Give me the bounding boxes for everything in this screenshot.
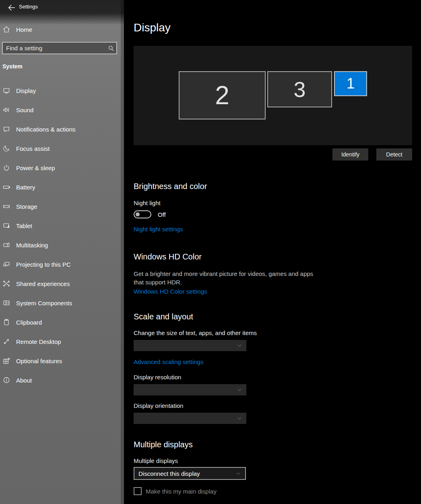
- search-icon: [106, 45, 116, 52]
- night-light-label: Night light: [134, 199, 421, 207]
- sidebar-item-label: Sound: [16, 107, 33, 113]
- sidebar-item-power-sleep[interactable]: Power & sleep: [0, 158, 121, 177]
- display-resolution-dropdown[interactable]: [134, 384, 246, 395]
- moon-icon: [2, 144, 10, 152]
- display-orientation-dropdown[interactable]: [134, 413, 246, 424]
- make-main-display-label: Make this my main display: [146, 488, 217, 495]
- sidebar-item-tablet[interactable]: Tablet: [0, 216, 121, 235]
- display-orientation-label: Display orientation: [134, 402, 421, 410]
- sidebar-nav: Display Sound Notifications & actions: [0, 81, 121, 390]
- sidebar-item-label: Storage: [16, 203, 37, 210]
- search-box: [2, 42, 117, 54]
- hd-color-settings-link[interactable]: Windows HD Color settings: [134, 288, 207, 296]
- sidebar-section-label: System: [2, 63, 23, 70]
- monitor-area: 2 3 1: [134, 46, 412, 119]
- sidebar-item-clipboard[interactable]: Clipboard: [0, 313, 121, 332]
- monitor-1-selected[interactable]: 1: [334, 71, 367, 96]
- settings-window: Settings Home System Display: [0, 0, 421, 504]
- sidebar-item-focus-assist[interactable]: Focus assist: [0, 139, 121, 158]
- home-icon: [2, 25, 10, 33]
- chevron-down-icon: [237, 416, 242, 421]
- sidebar-item-projecting[interactable]: Projecting to this PC: [0, 255, 121, 274]
- multiple-displays-dropdown[interactable]: Disconnect this display: [134, 467, 246, 480]
- chevron-down-icon: [235, 471, 241, 476]
- identify-button[interactable]: Identify: [332, 148, 368, 160]
- projecting-screens-icon: [2, 260, 10, 268]
- display-resolution-label: Display resolution: [134, 373, 421, 381]
- monitor-3[interactable]: 3: [267, 71, 332, 107]
- info-circle-icon: [2, 376, 10, 384]
- advanced-scaling-link[interactable]: Advanced scaling settings: [134, 358, 203, 366]
- components-grid-icon: [2, 299, 10, 307]
- sidebar-item-label: About: [16, 377, 32, 384]
- speaker-icon: [2, 106, 10, 114]
- sidebar-item-battery[interactable]: Battery: [0, 177, 121, 197]
- remote-arrows-icon: [2, 337, 10, 346]
- back-arrow-icon: [7, 3, 16, 12]
- multitask-windows-icon: [2, 241, 10, 249]
- multiple-displays-heading: Multiple displays: [134, 439, 421, 450]
- search-input[interactable]: [3, 45, 106, 51]
- sidebar-item-label: Shared experiences: [16, 280, 70, 287]
- back-button[interactable]: [7, 3, 17, 12]
- clipboard-icon: [2, 318, 10, 326]
- sidebar-header: Settings: [0, 0, 124, 16]
- sidebar-item-about[interactable]: About: [0, 370, 121, 390]
- shared-nodes-icon: [2, 280, 10, 288]
- night-light-toggle-row: Off: [134, 210, 421, 219]
- sidebar-item-home[interactable]: Home: [0, 20, 121, 39]
- sidebar-item-sound[interactable]: Sound: [0, 100, 121, 119]
- sidebar: Settings Home System Display: [0, 0, 124, 504]
- make-main-display-checkbox[interactable]: [134, 487, 142, 495]
- hd-color-heading: Windows HD Color: [134, 251, 421, 262]
- notification-bubble-icon: [2, 125, 10, 133]
- toggle-knob: [136, 212, 140, 216]
- monitor-buttons-row: Identify Detect: [134, 148, 412, 160]
- sidebar-item-label: Optional features: [16, 358, 62, 364]
- main-pane: Display 2 3 1 Identify Detect Brightness…: [124, 0, 421, 504]
- power-icon: [2, 164, 10, 172]
- multiple-displays-label: Multiple displays: [134, 457, 421, 465]
- sidebar-item-label: System Components: [16, 300, 72, 307]
- monitor-icon: [2, 86, 10, 95]
- detect-button[interactable]: Detect: [376, 148, 412, 160]
- sidebar-item-label: Multitasking: [16, 242, 48, 249]
- sidebar-item-label: Clipboard: [16, 319, 42, 326]
- night-light-state: Off: [158, 211, 166, 218]
- sidebar-item-label: Battery: [16, 184, 35, 191]
- sidebar-item-label: Power & sleep: [16, 165, 55, 171]
- monitor-2[interactable]: 2: [179, 71, 266, 119]
- chevron-down-icon: [237, 387, 242, 393]
- main-display-checkbox-row: Make this my main display: [134, 487, 421, 495]
- sidebar-item-label: Projecting to this PC: [16, 261, 71, 268]
- chevron-down-icon: [237, 343, 242, 348]
- sidebar-item-label: Focus assist: [16, 145, 50, 152]
- night-light-settings-link[interactable]: Night light settings: [134, 225, 183, 233]
- drive-icon: [2, 202, 10, 210]
- sidebar-item-label: Remote Desktop: [16, 338, 61, 345]
- night-light-toggle[interactable]: [134, 210, 151, 218]
- hd-color-description: Get a brighter and more vibrant picture …: [134, 269, 323, 286]
- window-title: Settings: [19, 4, 38, 10]
- scale-size-label: Change the size of text, apps, and other…: [134, 329, 421, 337]
- sidebar-item-system-components[interactable]: System Components: [0, 293, 121, 313]
- sidebar-item-label: Notifications & actions: [16, 126, 76, 133]
- battery-icon: [2, 183, 10, 191]
- sidebar-item-notifications[interactable]: Notifications & actions: [0, 119, 121, 139]
- scale-size-dropdown[interactable]: [134, 340, 246, 351]
- tablet-icon: [2, 222, 10, 230]
- multiple-displays-value: Disconnect this display: [138, 470, 200, 477]
- scale-layout-heading: Scale and layout: [134, 311, 421, 322]
- sidebar-item-display[interactable]: Display: [0, 81, 121, 100]
- sidebar-item-shared-experiences[interactable]: Shared experiences: [0, 274, 121, 293]
- sidebar-item-multitasking[interactable]: Multitasking: [0, 235, 121, 255]
- sidebar-item-optional-features[interactable]: Optional features: [0, 351, 121, 370]
- sidebar-item-label: Tablet: [16, 222, 32, 229]
- home-label: Home: [16, 26, 32, 33]
- grid-plus-icon: [2, 357, 10, 365]
- sidebar-item-storage[interactable]: Storage: [0, 197, 121, 216]
- page-title: Display: [134, 21, 421, 35]
- sidebar-item-remote-desktop[interactable]: Remote Desktop: [0, 332, 121, 351]
- sidebar-item-label: Display: [16, 87, 36, 94]
- brightness-heading: Brightness and color: [134, 181, 421, 191]
